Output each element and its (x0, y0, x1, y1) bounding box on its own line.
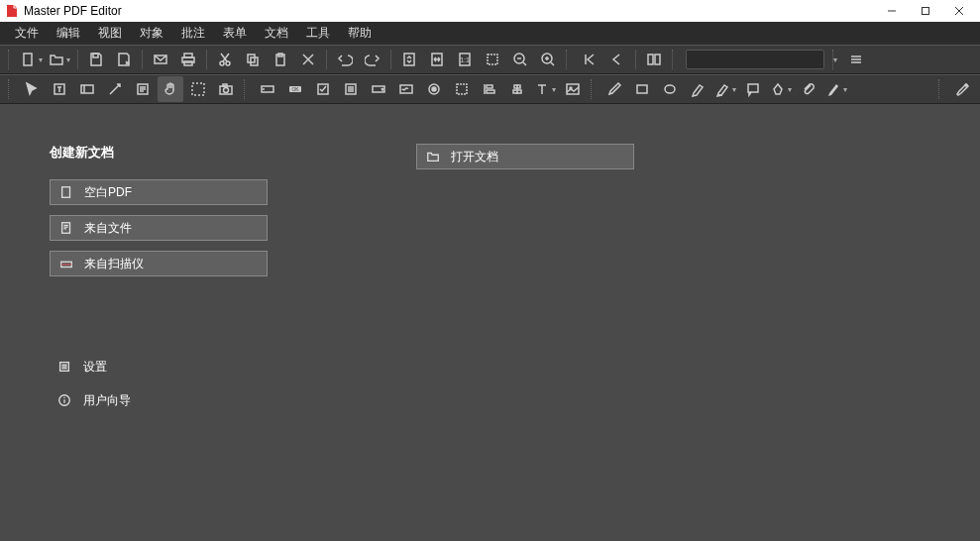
menu-form[interactable]: 表单 (214, 22, 256, 45)
copy-button[interactable] (240, 47, 266, 72)
save-as-button[interactable] (111, 47, 137, 72)
svg-point-74 (965, 84, 967, 86)
zoom-in-button[interactable] (535, 47, 561, 72)
note-tool[interactable] (740, 76, 766, 102)
cut-button[interactable] (212, 47, 238, 72)
svg-rect-70 (637, 85, 647, 93)
undo-button[interactable] (332, 47, 358, 72)
toolbar-main: ▾ ▾ 1:1 ▾ (0, 45, 980, 74)
window-title: Master PDF Editor (24, 4, 875, 18)
svg-rect-18 (404, 54, 414, 65)
from-scanner-button[interactable]: 来自扫描仪 (50, 251, 268, 276)
insert-text-tool[interactable]: ▾ (532, 76, 558, 102)
menu-bar: 文件 编辑 视图 对象 批注 表单 文档 工具 帮助 (0, 22, 980, 45)
menu-view[interactable]: 视图 (89, 22, 131, 45)
settings-link[interactable]: 设置 (50, 356, 268, 378)
user-guide-link[interactable]: 用户向导 (50, 389, 268, 411)
select-tool[interactable] (19, 76, 45, 102)
combobox-field-tool[interactable] (366, 76, 391, 102)
attachment-tool[interactable] (796, 76, 821, 102)
edit-form-tool[interactable] (74, 76, 100, 102)
pencil-tool[interactable] (601, 76, 627, 102)
blank-pdf-button[interactable]: 空白PDF (50, 179, 268, 205)
link-tool[interactable] (449, 76, 475, 102)
from-file-label: 来自文件 (84, 220, 132, 237)
svg-rect-44 (192, 83, 204, 95)
svg-rect-9 (184, 61, 192, 65)
menu-tools[interactable]: 工具 (297, 22, 339, 45)
redo-button[interactable] (360, 47, 385, 72)
signature-field-tool[interactable] (393, 76, 419, 102)
settings-label: 设置 (83, 359, 107, 376)
open-doc-label: 打开文档 (451, 149, 498, 165)
menu-object[interactable]: 对象 (131, 22, 172, 45)
checkbox-field-tool[interactable] (310, 76, 336, 102)
zoom-marquee-button[interactable] (480, 47, 505, 72)
file-icon (58, 220, 74, 236)
ellipse-tool[interactable] (657, 76, 683, 102)
listbox-field-tool[interactable] (338, 76, 364, 102)
menu-toggle-button[interactable] (843, 47, 869, 72)
print-button[interactable] (175, 47, 201, 72)
paste-button[interactable] (268, 47, 293, 72)
from-scanner-label: 来自扫描仪 (84, 256, 144, 272)
initials-tool[interactable] (949, 76, 975, 102)
text-field-tool[interactable] (255, 76, 280, 102)
align-center-tool[interactable] (504, 76, 530, 102)
info-icon (55, 391, 73, 409)
button-field-tool[interactable]: OK (282, 76, 308, 102)
create-heading: 创建新文档 (50, 144, 268, 162)
fit-page-button[interactable] (396, 47, 422, 72)
menu-annotate[interactable]: 批注 (172, 22, 214, 45)
delete-button[interactable] (295, 47, 321, 72)
app-icon (4, 3, 20, 19)
from-file-button[interactable]: 来自文件 (50, 215, 268, 241)
svg-rect-22 (488, 54, 497, 64)
align-left-tool[interactable] (477, 76, 502, 102)
first-page-button[interactable] (577, 47, 602, 72)
svg-point-46 (224, 88, 229, 93)
search-box[interactable]: ▾ (686, 50, 824, 69)
callout-tool[interactable]: ▾ (712, 76, 738, 102)
new-doc-button[interactable]: ▾ (19, 47, 45, 72)
svg-point-60 (432, 87, 436, 91)
select-text-tool[interactable] (130, 76, 156, 102)
email-button[interactable] (148, 47, 173, 72)
maximize-button[interactable] (909, 0, 942, 22)
zoom-out-button[interactable] (507, 47, 533, 72)
svg-text:1:1: 1:1 (460, 56, 470, 63)
edit-text-tool[interactable] (47, 76, 72, 102)
minimize-button[interactable] (875, 0, 909, 22)
toolbar-tools: OK ▾ ▾ ▾ ▾ (0, 74, 980, 104)
marker-tool[interactable]: ▾ (823, 76, 849, 102)
open-doc-button[interactable]: 打开文档 (416, 144, 634, 169)
close-button[interactable] (942, 0, 976, 22)
svg-text:OK: OK (291, 86, 299, 92)
insert-image-tool[interactable] (560, 76, 586, 102)
open-button[interactable]: ▾ (47, 47, 72, 72)
stamp-tool[interactable]: ▾ (768, 76, 794, 102)
svg-rect-61 (457, 84, 467, 94)
save-button[interactable] (83, 47, 109, 72)
folder-open-icon (425, 149, 441, 164)
search-input[interactable] (695, 54, 831, 65)
menu-edit[interactable]: 编辑 (48, 22, 89, 45)
camera-tool[interactable] (213, 76, 239, 102)
fit-width-button[interactable] (424, 47, 450, 72)
prev-page-button[interactable] (604, 47, 630, 72)
highlight-tool[interactable] (685, 76, 710, 102)
svg-point-11 (226, 61, 230, 65)
svg-rect-47 (223, 84, 227, 86)
rectangle-tool[interactable] (629, 76, 655, 102)
bookmarks-button[interactable] (641, 47, 667, 72)
radio-field-tool[interactable] (421, 76, 447, 102)
hand-tool[interactable] (158, 76, 183, 102)
edit-object-tool[interactable] (102, 76, 128, 102)
snapshot-tool[interactable] (185, 76, 211, 102)
menu-help[interactable]: 帮助 (339, 22, 381, 45)
actual-size-button[interactable]: 1:1 (452, 47, 478, 72)
svg-point-71 (665, 85, 675, 93)
svg-rect-76 (62, 223, 70, 234)
menu-document[interactable]: 文档 (256, 22, 297, 45)
menu-file[interactable]: 文件 (6, 22, 48, 45)
